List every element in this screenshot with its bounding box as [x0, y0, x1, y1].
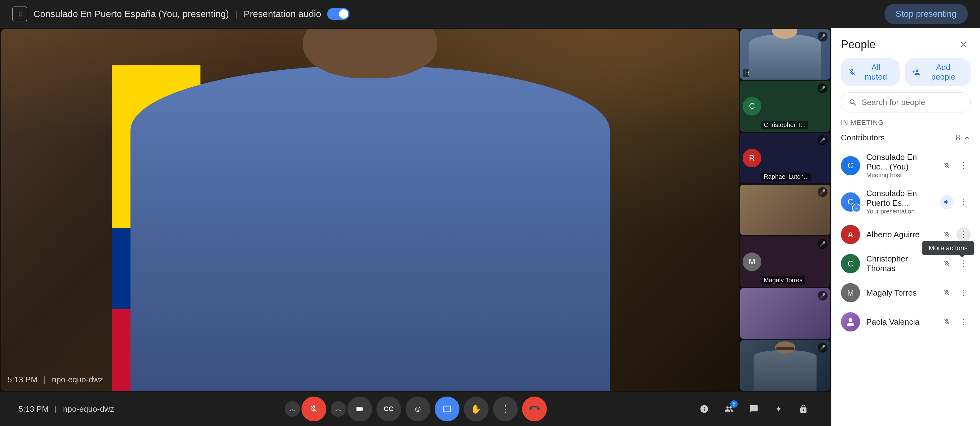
consulado-host-more-button[interactable]: ⋮ — [956, 159, 971, 173]
participant-item-consulado-host: C Consulado En Pue... (You) Meeting host… — [832, 148, 980, 184]
consulado-host-role: Meeting host — [866, 172, 934, 179]
cam-toggle-button[interactable] — [347, 397, 372, 421]
consulado-host-actions: ⋮ — [940, 159, 971, 173]
alberto-more-button[interactable]: ⋮ — [956, 227, 971, 242]
panel-title: People — [841, 38, 876, 51]
camera-group: ︿ — [331, 397, 372, 421]
mic-chevron-button[interactable]: ︿ — [285, 401, 300, 417]
magaly-info: Magaly Torres — [866, 288, 934, 298]
add-people-label: Add people — [923, 63, 963, 82]
mic-muted-icon — [310, 405, 318, 413]
mic-toggle-button[interactable] — [301, 397, 326, 421]
alberto-mic-icon — [940, 227, 954, 242]
raphael-bg: R 🎤 Raphael Lutch... — [740, 133, 830, 183]
emoji-button[interactable]: ☺ — [406, 397, 430, 421]
paola-face-icon — [845, 316, 856, 327]
meeting-info-overlay: 5:13 PM | npo-equo-dwz — [8, 375, 103, 385]
bottom-left-info: 5:13 PM | npo-equo-dwz — [19, 404, 114, 414]
participant-item-paola: Paola Valencia ⋮ — [832, 307, 980, 337]
consulting-glasses — [776, 347, 794, 350]
info-icon — [700, 404, 709, 413]
thumb-tile-magaly: M 🎤 Magaly Torres — [740, 236, 830, 287]
magaly-center: M — [743, 239, 761, 285]
magaly-bg: M 🎤 Magaly Torres — [740, 236, 830, 287]
paola-mic-icon — [940, 315, 954, 329]
participant-item-magaly: M Magaly Torres ⋮ — [832, 278, 980, 307]
alberto-bg: 🎤 Alberto Aguirre — [740, 184, 830, 235]
present-button[interactable] — [435, 397, 460, 421]
alberto-name: Alberto Aguirre — [866, 230, 934, 240]
sound-wave-icon — [940, 195, 954, 209]
thumb-tile-raphael: R 🎤 Raphael Lutch... — [740, 133, 830, 183]
info-button[interactable] — [695, 400, 714, 418]
chat-button[interactable] — [745, 400, 763, 418]
current-time: 5:13 PM — [19, 404, 49, 414]
alberto-avatar: A — [841, 225, 860, 244]
search-bar — [841, 92, 971, 113]
consulado-host-mic-icon — [940, 159, 954, 173]
close-panel-button[interactable]: ✕ — [956, 37, 971, 52]
alberto-mute-icon: 🎤 — [818, 187, 827, 197]
magaly-avatar: M — [743, 253, 761, 271]
consulado-presentation-role: Your presentation — [866, 208, 934, 215]
christopher-thomas-avatar: C — [841, 254, 860, 273]
more-options-button[interactable]: ⋮ — [493, 397, 518, 421]
presentation-title: Consulado En Puerto España (You, present… — [33, 9, 229, 19]
christopher-more-button[interactable]: ⋮ More actions — [956, 256, 971, 271]
magaly-torres-name: Magaly Torres — [866, 288, 934, 298]
bottom-center-controls: ︿ ︿ CC — [285, 397, 547, 421]
lock-icon — [799, 404, 808, 413]
meeting-divider: | — [44, 375, 46, 385]
magaly-more-button[interactable]: ⋮ — [956, 286, 971, 300]
activities-button[interactable]: ✦ — [769, 400, 788, 418]
bottom-bar: 5:13 PM | npo-equo-dwz ︿ ︿ — [0, 392, 831, 426]
consulado-host-info: Consulado En Pue... (You) Meeting host — [866, 153, 934, 179]
top-bar: ⊞ Consulado En Puerto España (You, prese… — [0, 0, 980, 28]
add-people-button[interactable]: Add people — [905, 58, 971, 86]
all-muted-button[interactable]: All muted — [841, 58, 900, 86]
audio-toggle[interactable]: ✓ — [327, 8, 350, 20]
contributors-label: Contributors — [841, 133, 885, 143]
search-icon — [849, 98, 857, 107]
main-speaker-bg — [1, 29, 739, 391]
raphael-name: Raphael Lutch... — [761, 173, 811, 181]
chevron-up-icon — [963, 134, 971, 141]
consulado-presentation-info: Consulado En Puerto Es... Your presentat… — [866, 189, 934, 215]
raise-hand-button[interactable]: ✋ — [464, 397, 488, 421]
alberto-actions: ⋮ — [940, 227, 971, 242]
meeting-time: 5:13 PM — [8, 375, 38, 385]
main-content: 5:13 PM | npo-equo-dwz 🎤 Raul Rincon — [0, 28, 980, 426]
meeting-id-bottom: npo-equo-dwz — [63, 404, 115, 414]
consulado-presentation-avatar: C ≡ — [841, 192, 860, 211]
video-area: 5:13 PM | npo-equo-dwz 🎤 Raul Rincon — [0, 28, 831, 426]
meeting-id: npo-equo-dwz — [52, 375, 103, 385]
panel-header: People ✕ — [832, 28, 980, 58]
presentation-icon: ⊞ — [13, 6, 27, 21]
raul-mute-icon: 🎤 — [818, 32, 827, 41]
end-call-button[interactable]: 📞 — [517, 391, 552, 426]
cam-chevron-button[interactable]: ︿ — [331, 401, 346, 417]
stop-presenting-button[interactable]: Stop presenting — [885, 4, 967, 24]
thumb-tile-raul: 🎤 Raul Rincon — [740, 29, 830, 79]
thumb-tile-alberto: 🎤 Alberto Aguirre — [740, 184, 830, 235]
all-muted-label: All muted — [859, 63, 892, 82]
raphael-avatar: R — [743, 149, 761, 167]
participant-item-consulado-presentation: C ≡ Consulado En Puerto Es... Your prese… — [832, 184, 980, 220]
magaly-mute-icon: 🎤 — [818, 239, 827, 249]
time-divider: | — [55, 404, 57, 414]
search-input[interactable] — [862, 98, 963, 107]
presentation-badge-icon: ≡ — [852, 203, 861, 212]
magaly-torres-avatar: M — [841, 283, 860, 302]
consulado-presentation-more-button[interactable]: ⋮ — [956, 195, 971, 209]
people-button[interactable]: 8 — [720, 400, 738, 418]
captions-button[interactable]: CC — [377, 397, 401, 421]
consulado-mute-icon: 🎤 — [818, 343, 827, 353]
bottom-right-controls: 8 ✦ — [695, 400, 813, 418]
magaly-mic-icon — [940, 286, 954, 300]
paola-info: Paola Valencia — [866, 317, 934, 327]
contributors-header: Contributors 8 — [832, 130, 980, 148]
lock-button[interactable] — [794, 400, 813, 418]
speaker-figure — [130, 65, 610, 391]
raul-bg: 🎤 Raul Rincon — [740, 29, 830, 79]
paola-more-button[interactable]: ⋮ — [956, 315, 971, 329]
